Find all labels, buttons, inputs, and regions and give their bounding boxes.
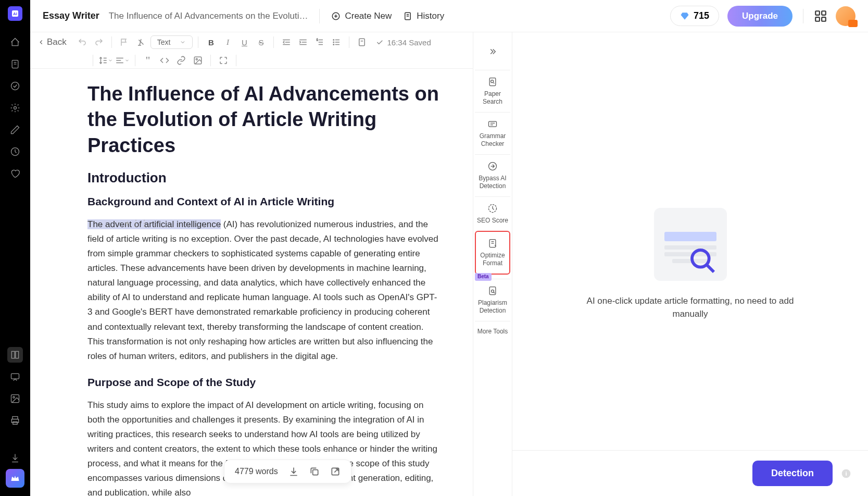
tool-paper-search[interactable]: Paper Search — [475, 70, 510, 112]
chevron-down-icon — [180, 39, 186, 45]
image-icon[interactable] — [7, 391, 23, 406]
book-icon[interactable] — [7, 347, 23, 363]
apps-icon[interactable] — [814, 9, 827, 23]
tool-label: Optimize Format — [477, 252, 508, 267]
word-count: 4779 words — [235, 467, 278, 476]
printer-icon[interactable] — [7, 413, 23, 428]
svg-rect-21 — [822, 11, 826, 15]
settings-icon[interactable] — [7, 100, 23, 116]
doc-h1: The Influence of AI Advancements on the … — [87, 81, 441, 158]
line-height-icon[interactable] — [98, 53, 113, 68]
svg-point-39 — [333, 44, 334, 45]
tool-label: Bypass AI Detection — [476, 175, 509, 190]
svg-point-37 — [333, 40, 334, 41]
svg-point-5 — [11, 82, 19, 90]
preview-illustration — [654, 208, 727, 281]
tool-label: SEO Score — [477, 217, 508, 225]
svg-text:1: 1 — [317, 39, 318, 41]
beta-badge: Beta — [475, 273, 492, 281]
ordered-list-icon[interactable]: 1 — [312, 35, 327, 49]
create-new-button[interactable]: Create New — [331, 11, 392, 21]
edit-icon[interactable] — [7, 122, 23, 138]
app-name: Essay Writer — [43, 10, 99, 21]
info-icon[interactable]: i — [841, 468, 851, 479]
italic-icon[interactable]: I — [220, 35, 235, 49]
tool-plagiarism[interactable]: Beta Plagiarism Detection — [475, 279, 510, 321]
check-icon — [375, 38, 384, 46]
quote-icon[interactable]: " — [141, 53, 155, 68]
svg-rect-23 — [822, 17, 826, 21]
copy-icon[interactable] — [309, 466, 320, 477]
p1-rest: (AI) has revolutionized numerous industr… — [87, 219, 438, 361]
back-label: Back — [47, 37, 67, 47]
collapse-sidebar-icon[interactable] — [484, 43, 501, 63]
editor-area[interactable]: The Influence of AI Advancements on the … — [30, 69, 473, 496]
history-button[interactable]: History — [403, 11, 444, 21]
svg-point-38 — [333, 42, 334, 43]
svg-rect-22 — [815, 17, 820, 21]
download-doc-icon[interactable] — [288, 466, 299, 477]
paragraph-handles[interactable]: + ⋮⋮ — [125, 218, 148, 228]
svg-rect-8 — [11, 374, 19, 379]
svg-rect-13 — [13, 422, 17, 425]
svg-line-49 — [494, 83, 495, 84]
link-icon[interactable] — [174, 53, 188, 68]
svg-rect-11 — [12, 417, 18, 419]
tool-seo-score[interactable]: SEO Score — [475, 196, 510, 231]
drag-handle-icon[interactable]: ⋮⋮ — [132, 218, 148, 228]
fullscreen-icon[interactable] — [216, 53, 231, 68]
tool-optimize-format[interactable]: Optimize Format — [475, 231, 510, 275]
right-panel: AI one-click update article formatting, … — [512, 32, 868, 496]
magnifier-icon — [688, 246, 718, 276]
indent-icon[interactable] — [296, 35, 310, 49]
image-insert-icon[interactable] — [191, 53, 205, 68]
underline-icon[interactable]: U — [237, 35, 251, 49]
home-icon[interactable] — [7, 34, 23, 50]
svg-rect-47 — [489, 78, 496, 86]
credits-badge[interactable]: 715 — [670, 6, 719, 26]
add-block-icon[interactable]: + — [125, 219, 130, 228]
svg-point-48 — [491, 80, 494, 83]
tool-more[interactable]: More Tools — [475, 321, 510, 342]
undo-icon[interactable] — [75, 35, 90, 49]
tool-grammar-checker[interactable]: Grammar Checker — [475, 112, 510, 154]
document-icon[interactable] — [7, 56, 23, 72]
history-nav-icon[interactable] — [7, 144, 23, 159]
bottom-bar: Detection i — [512, 450, 868, 496]
bullet-list-icon[interactable] — [329, 35, 344, 49]
doc-h2-intro: Introduction — [87, 170, 441, 186]
align-icon[interactable] — [115, 53, 130, 68]
flag-icon[interactable] — [117, 35, 132, 49]
app-logo[interactable]: AI — [8, 6, 22, 21]
svg-line-62 — [707, 265, 714, 272]
text-style-select[interactable]: Text — [150, 35, 193, 49]
svg-rect-65 — [312, 470, 318, 475]
tool-label: Grammar Checker — [476, 132, 509, 148]
chat-icon[interactable] — [7, 369, 23, 385]
heart-icon[interactable] — [7, 166, 23, 181]
detection-button[interactable]: Detection — [752, 461, 833, 486]
outdent-icon[interactable] — [279, 35, 294, 49]
clear-format-icon[interactable] — [134, 35, 148, 49]
upgrade-button[interactable]: Upgrade — [727, 6, 792, 27]
editor-toolbar: Back Text B I U S 1 16:34 Saved " — [30, 32, 473, 69]
right-panel-message: AI one-click update article formatting, … — [581, 294, 800, 321]
tool-bypass-ai[interactable]: Bypass AI Detection — [475, 154, 510, 196]
svg-text:AI: AI — [13, 11, 17, 16]
note-icon[interactable] — [355, 35, 369, 49]
tool-label: Paper Search — [476, 90, 509, 106]
share-icon[interactable] — [330, 466, 341, 477]
left-sidebar: AI — [0, 0, 30, 496]
strikethrough-icon[interactable]: S — [254, 35, 268, 49]
check-icon[interactable] — [7, 78, 23, 94]
code-icon[interactable] — [157, 53, 172, 68]
floating-footer: 4779 words — [224, 460, 351, 483]
redo-icon[interactable] — [92, 35, 106, 49]
back-button[interactable]: Back — [37, 37, 67, 47]
text-style-label: Text — [157, 38, 171, 46]
bold-icon[interactable]: B — [204, 35, 218, 49]
download-icon[interactable] — [7, 450, 23, 466]
paragraph-1: The advent of artificial intelligence (A… — [87, 217, 441, 363]
avatar[interactable] — [836, 6, 856, 26]
premium-icon[interactable] — [6, 469, 24, 488]
